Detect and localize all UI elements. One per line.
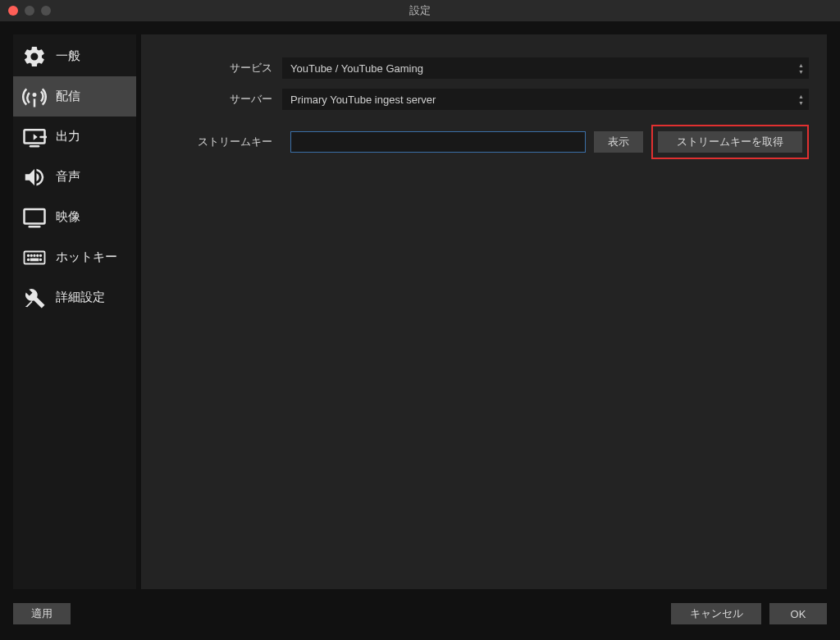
sidebar-item-label: 映像 (56, 209, 80, 225)
zoom-window-icon[interactable] (41, 6, 51, 16)
svg-point-10 (40, 258, 42, 260)
sidebar-item-audio[interactable]: 音声 (13, 157, 136, 197)
sidebar-item-hotkeys[interactable]: ホットキー (13, 237, 136, 277)
get-streamkey-button[interactable]: ストリームキーを取得 (658, 131, 802, 153)
service-label: サービス (159, 61, 282, 75)
svg-rect-1 (25, 209, 45, 224)
show-streamkey-button[interactable]: 表示 (594, 131, 643, 153)
sidebar-item-video[interactable]: 映像 (13, 197, 136, 237)
apply-button[interactable]: 適用 (13, 603, 71, 624)
highlight-annotation: ストリームキーを取得 (651, 125, 809, 159)
server-value: Primary YouTube ingest server (290, 94, 436, 106)
sidebar-item-label: ホットキー (56, 249, 117, 265)
sidebar-item-label: 一般 (56, 48, 80, 64)
streamkey-label: ストリームキー (159, 135, 282, 149)
window-controls (8, 6, 51, 16)
cancel-button[interactable]: キャンセル (671, 603, 761, 624)
close-window-icon[interactable] (8, 6, 18, 16)
titlebar: 設定 (0, 0, 840, 21)
svg-point-4 (31, 254, 33, 256)
chevron-updown-icon: ▲▼ (798, 94, 804, 106)
speaker-icon (21, 164, 48, 190)
sidebar-item-label: 配信 (56, 89, 80, 104)
svg-point-5 (34, 254, 35, 256)
sidebar-item-output[interactable]: 出力 (13, 117, 136, 157)
sidebar-item-general[interactable]: 一般 (13, 36, 136, 76)
sidebar: 一般 配信 出力 音声 (13, 34, 136, 589)
content-pane: サービス YouTube / YouTube Gaming ▲▼ サーバー Pr… (141, 34, 827, 589)
svg-rect-9 (31, 258, 39, 260)
output-icon (21, 124, 48, 150)
streamkey-row: ストリームキー 表示 ストリームキーを取得 (159, 125, 809, 159)
sidebar-item-advanced[interactable]: 詳細設定 (13, 277, 136, 318)
sidebar-item-label: 音声 (56, 169, 80, 185)
window-title: 設定 (409, 3, 431, 18)
broadcast-icon (21, 84, 48, 110)
footer: 適用 キャンセル OK (13, 589, 827, 627)
ok-button[interactable]: OK (769, 603, 827, 624)
body-area: 一般 配信 出力 音声 (0, 21, 840, 640)
sidebar-item-label: 出力 (56, 129, 80, 144)
svg-point-3 (28, 254, 30, 256)
minimize-window-icon[interactable] (25, 6, 34, 16)
svg-point-6 (37, 254, 39, 256)
sidebar-item-stream[interactable]: 配信 (13, 76, 136, 117)
svg-rect-2 (25, 251, 45, 263)
svg-point-7 (40, 254, 42, 256)
server-select[interactable]: Primary YouTube ingest server ▲▼ (282, 89, 809, 110)
server-label: サーバー (159, 92, 282, 107)
keyboard-icon (21, 245, 48, 271)
tools-icon (21, 285, 48, 311)
service-row: サービス YouTube / YouTube Gaming ▲▼ (159, 57, 809, 79)
svg-point-8 (28, 258, 30, 260)
main-row: 一般 配信 出力 音声 (13, 34, 827, 589)
display-icon (21, 204, 48, 231)
service-value: YouTube / YouTube Gaming (290, 62, 423, 75)
gear-icon (21, 43, 48, 70)
server-row: サーバー Primary YouTube ingest server ▲▼ (159, 89, 809, 110)
streamkey-input[interactable] (290, 131, 586, 153)
service-select[interactable]: YouTube / YouTube Gaming ▲▼ (282, 57, 809, 79)
sidebar-item-label: 詳細設定 (56, 290, 105, 305)
chevron-updown-icon: ▲▼ (798, 62, 804, 75)
